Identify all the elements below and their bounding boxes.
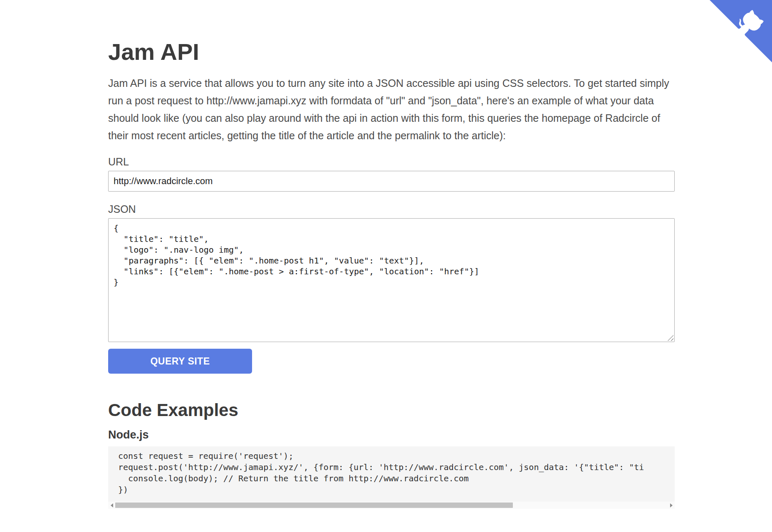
- scroll-left-arrow-icon[interactable]: [108, 502, 115, 509]
- nodejs-heading: Node.js: [108, 429, 675, 441]
- intro-paragraph: Jam API is a service that allows you to …: [108, 74, 675, 144]
- url-label: URL: [108, 156, 675, 168]
- main-content: Jam API Jam API is a service that allows…: [108, 0, 675, 509]
- json-textarea-wrap: { "title": "title", "logo": ".nav-logo i…: [108, 218, 675, 342]
- page-title: Jam API: [108, 38, 675, 65]
- code-examples-heading: Code Examples: [108, 400, 675, 420]
- octocat-icon: [710, 0, 772, 62]
- github-corner-link[interactable]: [710, 0, 772, 62]
- scrollbar-thumb[interactable]: [115, 502, 513, 508]
- nodejs-code: const request = require('request'); requ…: [108, 446, 675, 495]
- horizontal-scrollbar[interactable]: [108, 502, 675, 509]
- nodejs-code-block: const request = require('request'); requ…: [108, 446, 675, 509]
- json-label: JSON: [108, 203, 675, 215]
- scroll-right-arrow-icon[interactable]: [668, 502, 675, 509]
- url-input[interactable]: [108, 171, 675, 192]
- query-form: URL JSON { "title": "title", "logo": ".n…: [108, 156, 675, 374]
- query-site-button[interactable]: QUERY SITE: [108, 349, 252, 374]
- json-input[interactable]: { "title": "title", "logo": ".nav-logo i…: [108, 218, 675, 342]
- scrollbar-track[interactable]: [115, 502, 668, 509]
